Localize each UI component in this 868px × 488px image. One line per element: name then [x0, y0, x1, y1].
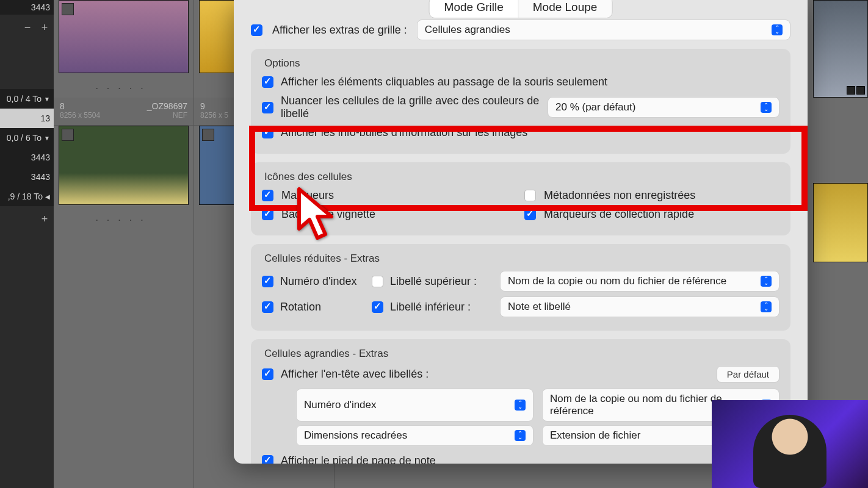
- section-compact-cells: Cellules réduites - Extras Numéro d'inde…: [251, 244, 790, 331]
- checkbox-index-number[interactable]: [262, 276, 273, 287]
- panel-count: 3443: [0, 0, 54, 15]
- view-options-dialog: Mode Grille Mode Loupe Afficher les extr…: [234, 0, 808, 464]
- left-panel: 3443 −+ 0,0 / 4 To▼ 13 0,0 / 6 To▼ 3443 …: [0, 0, 54, 488]
- segmented-control[interactable]: Mode Grille Mode Loupe: [429, 0, 613, 18]
- minus-icon[interactable]: −: [22, 21, 33, 34]
- checkbox-quick-collection[interactable]: [524, 209, 536, 220]
- plus-icon[interactable]: +: [39, 21, 50, 34]
- volume-row-1[interactable]: 0,0 / 4 To▼: [0, 89, 54, 109]
- zoom-controls[interactable]: −+: [0, 15, 54, 40]
- checkbox-flags[interactable]: [262, 190, 273, 201]
- checkbox-tooltips[interactable]: [262, 127, 273, 138]
- thumbnail[interactable]: [59, 126, 189, 205]
- cell-header: 88256 x 5504 _OZ98697NEF: [54, 98, 193, 126]
- checkbox-bottom-label[interactable]: [372, 301, 383, 313]
- checkbox-clickable-hover[interactable]: [262, 76, 273, 88]
- section-options: Options Afficher les éléments cliquables…: [251, 49, 790, 154]
- volume-row-2[interactable]: 0,0 / 6 To▼: [0, 128, 54, 148]
- rating-dots[interactable]: ·····: [54, 211, 193, 229]
- label-show-grid-extras: Afficher les extras de grille :: [272, 24, 407, 37]
- section-expanded-cells: Cellules agrandies - Extras Afficher l'e…: [251, 339, 790, 464]
- webcam-overlay: [712, 400, 868, 488]
- presenter: [753, 415, 826, 488]
- tab-loupe-mode[interactable]: Mode Loupe: [518, 0, 612, 18]
- stack-badge-icon: [62, 3, 74, 15]
- section-title: Icônes des cellules: [262, 171, 779, 183]
- select-bottom-label[interactable]: Note et libellé: [500, 296, 779, 317]
- select-tint-percent[interactable]: 20 % (par défaut): [548, 97, 779, 118]
- chevron-updown-icon: [761, 301, 772, 312]
- thumbnail[interactable]: [59, 0, 189, 73]
- checkbox-show-footer[interactable]: [262, 455, 273, 464]
- stack-badge-icon: [62, 129, 74, 141]
- plus-icon[interactable]: +: [39, 213, 50, 226]
- section-title: Options: [262, 57, 779, 70]
- thumbnail-right-2[interactable]: [813, 183, 868, 262]
- checkbox-show-header[interactable]: [262, 368, 273, 380]
- checkbox-tint-cells[interactable]: [262, 102, 273, 113]
- select-top-label[interactable]: Nom de la copie ou nom du fichier de réf…: [500, 271, 779, 292]
- section-title: Cellules réduites - Extras: [262, 253, 779, 265]
- volume-row-3[interactable]: ,9 / 18 To◀: [0, 187, 54, 206]
- rating-dots[interactable]: ·····: [54, 79, 193, 98]
- select-grid-extras[interactable]: Cellules agrandies: [417, 20, 790, 40]
- select-header-1[interactable]: Numéro d'index: [296, 389, 533, 422]
- checkbox-unsaved-metadata[interactable]: [524, 190, 536, 201]
- section-title: Cellules agrandies - Extras: [262, 348, 779, 360]
- checkbox-show-grid-extras[interactable]: [251, 24, 262, 36]
- select-header-3[interactable]: Dimensions recadrées: [296, 425, 533, 446]
- checkbox-thumbnail-badges[interactable]: [262, 209, 273, 220]
- section-cell-icons: Icônes des cellules Marqueurs Métadonnée…: [251, 162, 790, 235]
- zoom-controls-2[interactable]: +: [0, 206, 54, 232]
- thumbnail-right[interactable]: [813, 0, 868, 98]
- count-row-2: 3443: [0, 167, 54, 187]
- chevron-updown-icon: [515, 430, 526, 441]
- chevron-updown-icon: [761, 276, 772, 287]
- count-row: 3443: [0, 148, 54, 167]
- checkbox-top-label[interactable]: [372, 276, 383, 287]
- chevron-updown-icon: [515, 400, 526, 411]
- chevron-updown-icon: [761, 102, 772, 113]
- checkbox-rotation[interactable]: [262, 301, 273, 313]
- default-button[interactable]: Par défaut: [717, 366, 779, 382]
- chevron-updown-icon: [772, 24, 783, 35]
- volume-count-1: 13: [0, 109, 54, 128]
- stack-badge-icon: [202, 129, 214, 141]
- tab-grid-mode[interactable]: Mode Grille: [430, 0, 518, 18]
